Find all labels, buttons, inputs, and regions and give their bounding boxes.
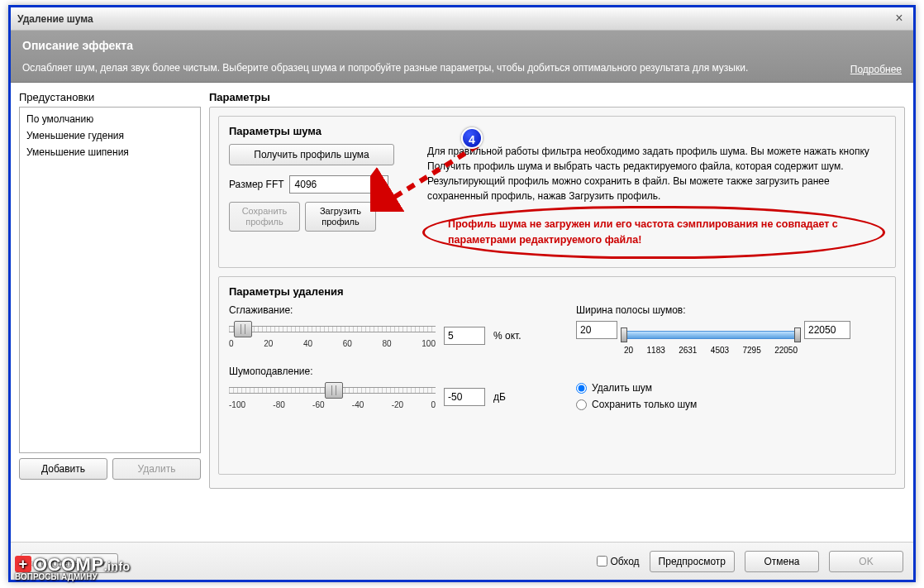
band-label: Ширина полосы шумов: xyxy=(576,304,885,316)
bypass-checkbox-row[interactable]: Обход xyxy=(597,556,640,567)
bypass-label: Обход xyxy=(611,556,640,567)
watermark: +OCOMP.info ВОПРОСЫ АДМИНУ xyxy=(15,554,131,581)
window-title: Удаление шума xyxy=(17,13,892,25)
preset-item[interactable]: Уменьшение шипения xyxy=(25,144,195,160)
range-handle-right[interactable] xyxy=(794,327,801,342)
more-link[interactable]: Подробнее xyxy=(850,64,902,75)
remove-noise-radio[interactable] xyxy=(576,383,587,394)
smoothing-input[interactable] xyxy=(444,327,485,345)
parameters-column: Параметры Параметры шума Получить профил… xyxy=(209,91,905,480)
smoothing-slider[interactable]: 0 20 40 60 80 100 xyxy=(229,321,436,351)
save-profile-button: Сохранить профиль xyxy=(229,202,300,232)
presets-column: Предустановки По умолчанию Уменьшение гу… xyxy=(19,91,201,480)
dialog-footer: ☆ Избранное ▾ Обход Предпросмотр Отмена … xyxy=(11,542,913,580)
band-high-input[interactable] xyxy=(804,321,850,339)
titlebar[interactable]: Удаление шума × xyxy=(11,7,913,31)
add-preset-button[interactable]: Добавить xyxy=(19,458,107,480)
description-heading: Описание эффекта xyxy=(22,39,902,52)
parameters-label: Параметры xyxy=(209,91,905,103)
profile-error-text: Профиль шума не загружен или его частота… xyxy=(422,206,885,259)
preset-item[interactable]: Уменьшение гудения xyxy=(25,127,195,144)
close-icon[interactable]: × xyxy=(892,12,907,26)
cancel-button[interactable]: Отмена xyxy=(745,551,819,572)
reduction-label: Шумоподавление: xyxy=(229,366,543,377)
remove-preset-button: Удалить xyxy=(112,458,201,480)
load-profile-button[interactable]: Загрузить профиль xyxy=(305,202,376,232)
removal-params-title: Параметры удаления xyxy=(229,285,885,298)
reduction-unit: дБ xyxy=(493,391,506,403)
keep-noise-label: Сохранить только шум xyxy=(592,399,697,410)
noise-params-title: Параметры шума xyxy=(229,125,885,137)
preset-item[interactable]: По умолчанию xyxy=(25,111,195,127)
presets-list[interactable]: По умолчанию Уменьшение гудения Уменьшен… xyxy=(19,107,201,453)
get-noise-profile-button[interactable]: Получить профиль шума xyxy=(229,144,394,165)
bypass-checkbox[interactable] xyxy=(597,556,607,566)
plus-icon: + xyxy=(15,556,31,572)
reduction-input[interactable] xyxy=(444,388,485,406)
noise-removal-dialog: Удаление шума × Описание эффекта Ослабля… xyxy=(8,5,916,582)
removal-params-group: Параметры удаления Сглаживание: xyxy=(218,276,896,475)
annotation-badge-4: 4 xyxy=(461,127,483,149)
smoothing-label: Сглаживание: xyxy=(229,304,543,316)
range-handle-left[interactable] xyxy=(621,327,627,342)
slider-thumb[interactable] xyxy=(325,382,343,399)
description-body: Ослабляет шум, делая звук более чистым. … xyxy=(22,60,807,75)
noise-band-slider[interactable]: 20 1183 2631 4503 7295 22050 xyxy=(624,324,798,357)
fft-size-dropdown[interactable]: 4096 xyxy=(289,175,388,194)
presets-label: Предустановки xyxy=(19,91,201,103)
remove-noise-label: Удалить шум xyxy=(592,382,652,394)
noise-params-group: Параметры шума Получить профиль шума Раз… xyxy=(218,116,896,268)
profile-error-callout: Профиль шума не загружен или его частота… xyxy=(422,206,885,259)
parameters-box: Параметры шума Получить профиль шума Раз… xyxy=(209,107,905,489)
reduction-slider[interactable]: -100 -80 -60 -40 -20 0 xyxy=(229,382,436,412)
slider-thumb[interactable] xyxy=(234,321,252,337)
fft-size-label: Размер FFT xyxy=(229,179,284,190)
preview-button[interactable]: Предпросмотр xyxy=(650,551,735,572)
band-low-input[interactable] xyxy=(576,321,617,339)
smoothing-unit: % окт. xyxy=(493,330,522,342)
ok-button[interactable]: OK xyxy=(829,551,903,572)
keep-noise-radio[interactable] xyxy=(576,399,587,410)
effect-description-panel: Описание эффекта Ослабляет шум, делая зв… xyxy=(11,31,913,83)
